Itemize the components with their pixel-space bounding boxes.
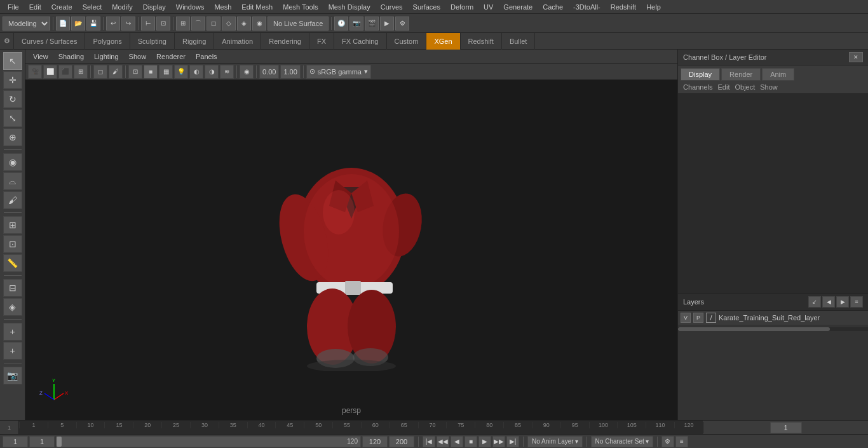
menu-redshift[interactable]: Redshift <box>606 2 641 12</box>
vp-isolate-btn[interactable]: ◉ <box>240 65 254 79</box>
scrubber-thumb[interactable] <box>57 437 62 447</box>
cb-tab-anim[interactable]: Anim <box>762 68 794 81</box>
render-region-btn[interactable]: ⊟ <box>3 279 22 297</box>
layers-scrollbar[interactable] <box>678 327 868 331</box>
snap-to-view-btn[interactable]: ◈ <box>237 17 251 31</box>
tab-animation[interactable]: Animation <box>214 33 261 50</box>
cb-tab-render[interactable]: Render <box>721 68 761 81</box>
no-live-surface-btn[interactable]: No Live Surface <box>268 17 329 31</box>
vp-select-mask-btn[interactable]: ◻ <box>93 65 107 79</box>
vp-smooth-shade-btn[interactable]: ■ <box>144 65 158 79</box>
viewport-canvas[interactable]: X Y Z persp <box>25 80 677 420</box>
soft-select-btn[interactable]: ◉ <box>3 153 22 171</box>
select-by-hierarchy-btn[interactable]: ⊢ <box>141 17 155 31</box>
menu-mesh[interactable]: Mesh <box>209 2 236 12</box>
vp-motion-blur-btn[interactable]: ≋ <box>220 65 234 79</box>
lasso-select-btn[interactable]: ⌓ <box>3 172 22 190</box>
xgen-tool-2-btn[interactable]: + <box>3 342 22 360</box>
menu-edit-mesh[interactable]: Edit Mesh <box>236 2 278 12</box>
tab-custom[interactable]: Custom <box>387 33 427 50</box>
menu-deform[interactable]: Deform <box>445 2 478 12</box>
menu-uv[interactable]: UV <box>478 2 498 12</box>
save-file-btn[interactable]: 💾 <box>86 17 100 31</box>
tab-redshift[interactable]: Redshift <box>461 33 502 50</box>
quick-select-btn[interactable]: ◈ <box>3 298 22 316</box>
gamma-selector[interactable]: ⊙ sRGB gamma ▾ <box>306 65 371 79</box>
no-character-set-btn[interactable]: No Character Set ▾ <box>591 436 653 447</box>
range-scrubber[interactable]: 120 <box>56 436 361 447</box>
no-anim-layer-btn[interactable]: No Anim Layer ▾ <box>527 436 583 447</box>
layer-prev-btn[interactable]: ◀ <box>822 296 835 308</box>
layer-visibility-btn[interactable]: V <box>681 313 691 323</box>
vp-paint-effects-btn[interactable]: 🖌 <box>109 65 123 79</box>
go-to-end-btn[interactable]: ▶| <box>506 436 519 447</box>
scale-tool-btn[interactable]: ⤡ <box>3 109 22 127</box>
undo-btn[interactable]: ↩ <box>106 17 120 31</box>
vp-wireframe-btn[interactable]: ⊡ <box>128 65 142 79</box>
snap-to-curve-btn[interactable]: ⌒ <box>191 17 205 31</box>
menu-mesh-tools[interactable]: Mesh Tools <box>278 2 323 12</box>
snap-to-grid-btn[interactable]: ⊞ <box>176 17 190 31</box>
layer-item[interactable]: V P / Karate_Training_Suit_Red_layer <box>678 311 868 325</box>
menu-create[interactable]: Create <box>46 2 78 12</box>
range-current-field[interactable]: 1 <box>29 436 55 447</box>
tab-xgen[interactable]: XGen <box>426 33 460 50</box>
ipr-btn[interactable]: ▶ <box>380 17 394 31</box>
tab-rigging[interactable]: Rigging <box>175 33 214 50</box>
tab-bullet[interactable]: Bullet <box>502 33 536 50</box>
menu-generate[interactable]: Generate <box>498 2 538 12</box>
cb-channels-menu[interactable]: Channels <box>683 83 712 91</box>
layer-playback-btn[interactable]: P <box>693 313 703 323</box>
vp-shading-menu[interactable]: Shading <box>53 51 89 62</box>
open-file-btn[interactable]: 📂 <box>71 17 85 31</box>
mode-select[interactable]: Modeling <box>3 17 50 31</box>
play-forward-btn[interactable]: ▶ <box>478 436 491 447</box>
vp-shadows-btn[interactable]: ◐ <box>189 65 203 79</box>
current-frame-input[interactable]: 1 <box>770 422 802 433</box>
step-back-btn[interactable]: ◀◀ <box>437 436 449 447</box>
camera-btn[interactable]: 📷 <box>3 367 22 384</box>
mode-cog-btn[interactable]: ⚙ <box>0 33 14 50</box>
xgen-tool-1-btn[interactable]: + <box>3 323 22 341</box>
tab-sculpting[interactable]: Sculpting <box>130 33 175 50</box>
tab-polygons[interactable]: Polygons <box>85 33 130 50</box>
cb-edit-menu[interactable]: Edit <box>717 83 729 91</box>
range-end-field-2[interactable]: 120 <box>362 436 388 447</box>
step-forward-btn[interactable]: ▶▶ <box>492 436 505 447</box>
vp-lighting-menu[interactable]: Lighting <box>89 51 124 62</box>
menu-mesh-display[interactable]: Mesh Display <box>323 2 376 12</box>
paint-select-btn[interactable]: 🖌 <box>3 191 22 209</box>
tab-rendering[interactable]: Rendering <box>261 33 309 50</box>
snap-align-btn[interactable]: ⊡ <box>3 235 22 253</box>
menu-surfaces[interactable]: Surfaces <box>408 2 445 12</box>
vp-renderer-menu[interactable]: Renderer <box>151 51 191 62</box>
menu-file[interactable]: File <box>3 2 24 12</box>
show-manipulator-btn[interactable]: ⊞ <box>3 216 22 234</box>
menu-modify[interactable]: Modify <box>107 2 137 12</box>
cb-close-btn[interactable]: ✕ <box>849 52 863 62</box>
render-btn[interactable]: 🎬 <box>365 17 379 31</box>
cb-show-menu[interactable]: Show <box>760 83 778 91</box>
anim-options-btn[interactable]: ⚙ <box>661 436 674 447</box>
show-render-settings-btn[interactable]: ⚙ <box>395 17 409 31</box>
menu-display[interactable]: Display <box>138 2 171 12</box>
measure-btn[interactable]: 📏 <box>3 254 22 272</box>
vp-view-menu[interactable]: View <box>28 51 53 62</box>
menu-curves[interactable]: Curves <box>376 2 408 12</box>
vp-texture-btn[interactable]: ▦ <box>159 65 173 79</box>
menu-windows[interactable]: Windows <box>171 2 210 12</box>
vp-show-menu[interactable]: Show <box>124 51 152 62</box>
cb-object-menu[interactable]: Object <box>735 83 755 91</box>
menu-help[interactable]: Help <box>641 2 666 12</box>
menu-edit[interactable]: Edit <box>24 2 46 12</box>
play-back-btn[interactable]: ◀ <box>451 436 463 447</box>
menu-select[interactable]: Select <box>78 2 107 12</box>
layer-next-btn[interactable]: ▶ <box>836 296 849 308</box>
layer-new-btn[interactable]: ↙ <box>808 296 821 308</box>
menu-3dtall[interactable]: -3DtoAll- <box>568 2 606 12</box>
universal-manip-btn[interactable]: ⊕ <box>3 128 22 146</box>
vp-camera-select-btn[interactable]: 🎥 <box>28 65 42 79</box>
cb-tab-display[interactable]: Display <box>681 68 720 81</box>
layers-scrollbar-thumb[interactable] <box>678 327 830 331</box>
vp-ao-btn[interactable]: ◑ <box>205 65 219 79</box>
